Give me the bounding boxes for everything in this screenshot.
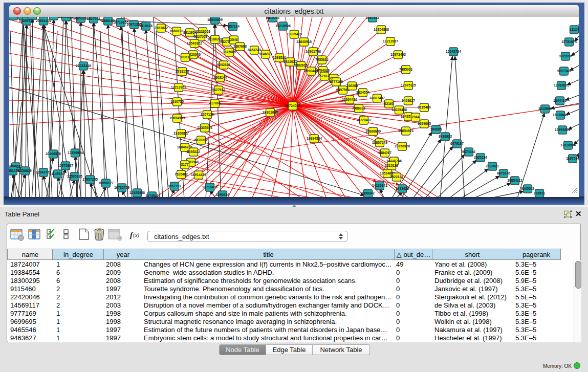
- svg-text:1362615: 1362615: [294, 63, 308, 67]
- svg-text:9245652: 9245652: [521, 187, 534, 190]
- svg-text:8454749: 8454749: [248, 48, 261, 52]
- svg-text:1610755: 1610755: [170, 100, 184, 103]
- svg-text:16154808: 16154808: [374, 28, 389, 31]
- svg-text:3267130: 3267130: [201, 113, 214, 116]
- svg-text:12335394: 12335394: [197, 126, 212, 129]
- svg-text:10958177: 10958177: [98, 181, 114, 185]
- svg-text:14136141: 14136141: [372, 184, 387, 187]
- svg-text:1073521: 1073521: [145, 194, 159, 197]
- svg-text:12213369: 12213369: [171, 85, 186, 89]
- svg-text:19384554: 19384554: [307, 137, 322, 140]
- svg-text:9146821: 9146821: [259, 52, 272, 56]
- svg-text:1292634: 1292634: [216, 193, 229, 196]
- svg-text:1588520: 1588520: [273, 56, 286, 59]
- svg-text:17010504: 17010504: [560, 143, 576, 147]
- svg-text:10853267: 10853267: [73, 17, 89, 20]
- svg-text:9327503: 9327503: [194, 35, 207, 38]
- svg-text:9699695: 9699695: [418, 122, 431, 125]
- svg-text:13716485: 13716485: [202, 185, 217, 189]
- svg-text:7625402: 7625402: [175, 172, 188, 176]
- svg-text:13640910: 13640910: [296, 40, 312, 43]
- svg-text:1615132: 1615132: [385, 164, 398, 167]
- svg-text:12505135: 12505135: [67, 174, 82, 178]
- svg-text:17359924: 17359924: [68, 151, 83, 155]
- svg-text:5322037: 5322037: [284, 60, 297, 63]
- svg-text:7485063: 7485063: [399, 68, 412, 71]
- svg-text:5498222: 5498222: [187, 150, 200, 154]
- svg-text:1698342: 1698342: [361, 191, 375, 195]
- svg-text:1167534: 1167534: [566, 157, 579, 160]
- svg-text:2522134: 2522134: [390, 175, 403, 179]
- svg-text:8471676: 8471676: [497, 171, 510, 175]
- svg-text:10654112: 10654112: [507, 179, 522, 182]
- svg-text:8813054: 8813054: [266, 17, 279, 19]
- svg-text:746266: 746266: [346, 84, 358, 87]
- svg-text:9227343: 9227343: [557, 69, 571, 73]
- svg-text:2367608: 2367608: [233, 45, 247, 48]
- svg-text:9657791: 9657791: [168, 184, 181, 188]
- svg-text:417006: 417006: [209, 101, 221, 105]
- svg-text:10975887: 10975887: [58, 164, 73, 167]
- svg-text:13325419: 13325419: [287, 32, 302, 36]
- svg-text:3624554: 3624554: [356, 91, 369, 94]
- svg-text:2603144: 2603144: [213, 76, 227, 79]
- svg-text:9329996: 9329996: [559, 54, 572, 58]
- svg-text:7632621: 7632621: [486, 164, 499, 168]
- svg-text:16914479: 16914479: [191, 173, 206, 177]
- svg-text:5878332: 5878332: [194, 138, 208, 142]
- svg-text:12942757: 12942757: [36, 170, 51, 174]
- svg-text:164095: 164095: [430, 127, 442, 131]
- svg-text:2718176: 2718176: [176, 70, 189, 73]
- svg-text:2087682: 2087682: [366, 17, 379, 19]
- svg-text:989611: 989611: [180, 55, 191, 59]
- svg-text:6794028: 6794028: [316, 69, 330, 72]
- svg-text:15751074: 15751074: [561, 40, 577, 43]
- svg-text:6479197: 6479197: [450, 142, 464, 145]
- svg-text:16782759: 16782759: [114, 186, 129, 189]
- svg-text:19218506: 19218506: [275, 24, 291, 28]
- svg-text:23302035: 23302035: [263, 111, 278, 114]
- svg-text:1145194: 1145194: [51, 172, 64, 176]
- svg-text:21014352: 21014352: [58, 17, 74, 18]
- svg-text:9242848: 9242848: [217, 63, 230, 67]
- svg-text:16961758: 16961758: [306, 50, 321, 53]
- svg-text:1733426: 1733426: [396, 187, 409, 190]
- svg-text:2944: 2944: [412, 115, 420, 119]
- svg-text:16648784: 16648784: [446, 50, 461, 53]
- svg-text:21364436: 21364436: [342, 98, 357, 101]
- svg-text:10807487: 10807487: [369, 96, 385, 100]
- svg-text:12213967: 12213967: [383, 39, 398, 43]
- svg-text:10756928: 10756928: [395, 144, 410, 148]
- svg-text:9474444: 9474444: [462, 150, 475, 154]
- svg-text:7663822: 7663822: [155, 26, 168, 30]
- svg-text:10688609: 10688609: [365, 129, 381, 133]
- svg-text:8660123: 8660123: [170, 29, 183, 33]
- svg-text:16033809: 16033809: [207, 18, 223, 21]
- svg-text:7986322: 7986322: [352, 106, 365, 110]
- svg-text:16210643: 16210643: [553, 113, 568, 117]
- svg-text:7515526: 7515526: [139, 24, 153, 28]
- svg-text:1244415: 1244415: [553, 99, 567, 102]
- svg-text:2546: 2546: [230, 38, 238, 41]
- svg-text:12923448: 12923448: [129, 191, 145, 194]
- svg-text:2935114: 2935114: [474, 156, 487, 159]
- svg-text:12975115: 12975115: [401, 83, 416, 87]
- svg-text:18807249: 18807249: [372, 141, 387, 144]
- svg-text:12093872: 12093872: [554, 83, 569, 87]
- svg-text:18724007: 18724007: [285, 104, 300, 107]
- svg-text:1527602: 1527602: [87, 17, 100, 20]
- svg-text:19654983: 19654983: [169, 116, 185, 120]
- svg-text:1156829: 1156829: [18, 169, 32, 172]
- svg-text:3875685: 3875685: [223, 50, 236, 54]
- svg-text:10973493: 10973493: [390, 53, 406, 56]
- svg-text:3177: 3177: [181, 163, 189, 166]
- svg-text:15692951: 15692951: [555, 128, 570, 132]
- svg-text:29053346: 29053346: [76, 64, 91, 68]
- svg-text:7857224: 7857224: [226, 25, 239, 28]
- svg-text:9084067: 9084067: [378, 151, 391, 155]
- svg-text:(x): (x): [133, 232, 140, 238]
- svg-text:20691406: 20691406: [36, 19, 51, 23]
- svg-text:19654923: 19654923: [398, 129, 413, 133]
- svg-text:11124: 11124: [570, 28, 579, 31]
- svg-text:16543362: 16543362: [187, 41, 202, 45]
